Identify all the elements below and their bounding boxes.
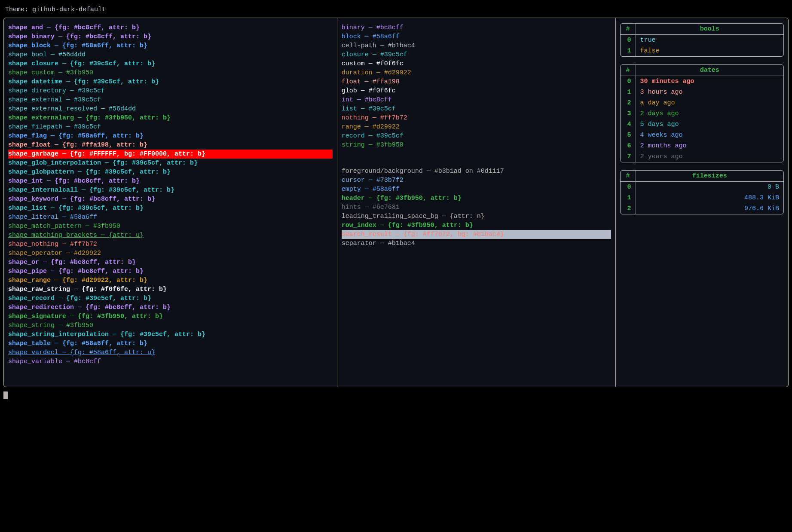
shape-row: shape_vardecl ─ {fg: #58a6ff, attr: u} — [8, 348, 333, 357]
row-value: 2 years ago — [636, 151, 784, 162]
row-index: 0 — [621, 76, 636, 87]
shape-row: shape_bool ─ #56d4dd — [8, 50, 333, 59]
misc-row: row_index ─ {fg: #3fb950, attr: b} — [342, 221, 611, 230]
shape-row: shape_match_pattern ─ #3fb950 — [8, 222, 333, 231]
type-row: block ─ #58a6ff — [342, 32, 611, 41]
row-index: 7 — [621, 151, 636, 162]
row-value: true — [636, 35, 784, 46]
row-value: 4 weeks ago — [636, 130, 784, 141]
prompt-cursor[interactable] — [3, 391, 8, 399]
row-value: 2 days ago — [636, 108, 784, 119]
shape-row: shape_nothing ─ #ff7b72 — [8, 240, 333, 249]
shape-row: shape_flag ─ {fg: #58a6ff, attr: b} — [8, 131, 333, 141]
type-row: custom ─ #f0f6fc — [342, 59, 611, 68]
types-misc-column: binary ─ #bc8cffblock ─ #58a6ffcell-path… — [337, 18, 616, 387]
type-row: range ─ #d29922 — [342, 122, 611, 131]
theme-title: Theme: github-dark-default — [3, 3, 789, 18]
row-index: 1 — [621, 46, 636, 56]
shape-row: shape_float ─ {fg: #ffa198, attr: b} — [8, 141, 333, 150]
row-index: 1 — [621, 87, 636, 98]
examples-column: #bools 0true1false #dates 030 minutes ag… — [616, 18, 789, 387]
type-row: cell-path ─ #b1bac4 — [342, 41, 611, 50]
type-row: list ─ #39c5cf — [342, 104, 611, 113]
shape-row: shape_garbage ─ {fg: #FFFFFF, bg: #FF000… — [8, 150, 333, 159]
shape-row: shape_list ─ {fg: #39c5cf, attr: b} — [8, 204, 333, 213]
misc-row: hints ─ #6e7681 — [342, 203, 611, 212]
shape-row: shape_externalarg ─ {fg: #3fb950, attr: … — [8, 113, 333, 122]
table-row: 54 weeks ago — [621, 130, 784, 141]
shape-row: shape_keyword ─ {fg: #bc8cff, attr: b} — [8, 195, 333, 204]
misc-row: cursor ─ #73b7f2 — [342, 176, 611, 185]
type-row: glob ─ #f0f6fc — [342, 86, 611, 95]
shape-row: shape_closure ─ {fg: #39c5cf, attr: b} — [8, 59, 333, 68]
shape-row: shape_literal ─ #58a6ff — [8, 213, 333, 222]
row-index: 3 — [621, 108, 636, 119]
shape-row: shape_or ─ {fg: #bc8cff, attr: b} — [8, 258, 333, 267]
misc-list: foreground/background ─ #b3b1ad on #0d11… — [342, 167, 611, 248]
table-row: 2976.6 KiB — [621, 203, 784, 214]
row-value: 488.3 KiB — [636, 193, 784, 203]
misc-row: header ─ {fg: #3fb950, attr: b} — [342, 194, 611, 203]
shapes-column: shape_and ─ {fg: #bc8cff, attr: b}shape_… — [4, 18, 337, 387]
shape-row: shape_globpattern ─ {fg: #39c5cf, attr: … — [8, 168, 333, 177]
table-row: 72 years ago — [621, 151, 784, 162]
table-row: 030 minutes ago — [621, 76, 784, 87]
misc-row: empty ─ #58a6ff — [342, 185, 611, 194]
shape-row: shape_custom ─ #3fb950 — [8, 68, 333, 77]
shape-row: shape_record ─ {fg: #39c5cf, attr: b} — [8, 294, 333, 303]
type-row: closure ─ #39c5cf — [342, 50, 611, 59]
shape-row: shape_string ─ #3fb950 — [8, 321, 333, 330]
shape-row: shape_matching_brackets ─ {attr: u} — [8, 231, 333, 240]
row-value: 30 minutes ago — [636, 76, 784, 87]
row-value: 3 hours ago — [636, 87, 784, 98]
row-value: 5 days ago — [636, 119, 784, 130]
shape-row: shape_signature ─ {fg: #3fb950, attr: b} — [8, 312, 333, 321]
table-row: 0true — [621, 35, 784, 46]
table-row: 45 days ago — [621, 119, 784, 130]
shape-row: shape_internalcall ─ {fg: #39c5cf, attr:… — [8, 186, 333, 195]
dates-table: #dates 030 minutes ago13 hours ago2a day… — [620, 64, 784, 162]
shape-row: shape_binary ─ {fg: #bc8cff, attr: b} — [8, 32, 333, 41]
row-index: 2 — [621, 98, 636, 108]
shape-row: shape_variable ─ #bc8cff — [8, 357, 333, 366]
shape-row: shape_range ─ {fg: #d29922, attr: b} — [8, 276, 333, 285]
type-row: binary ─ #bc8cff — [342, 23, 611, 32]
row-index: 6 — [621, 141, 636, 151]
row-index: 2 — [621, 203, 636, 214]
shape-row: shape_pipe ─ {fg: #bc8cff, attr: b} — [8, 267, 333, 276]
table-row: 62 months ago — [621, 141, 784, 151]
shape-row: shape_operator ─ #d29922 — [8, 249, 333, 258]
misc-row: separator ─ #b1bac4 — [342, 239, 611, 248]
row-value: a day ago — [636, 98, 784, 108]
row-index: 0 — [621, 182, 636, 193]
shape-row: shape_raw_string ─ {fg: #f0f6fc, attr: b… — [8, 285, 333, 294]
shape-row: shape_directory ─ #39c5cf — [8, 86, 333, 95]
bools-table: #bools 0true1false — [620, 23, 784, 57]
row-index: 0 — [621, 35, 636, 46]
theme-preview-panel: shape_and ─ {fg: #bc8cff, attr: b}shape_… — [3, 18, 789, 387]
row-index: 5 — [621, 130, 636, 141]
table-row: 00 B — [621, 182, 784, 193]
shape-row: shape_filepath ─ #39c5cf — [8, 122, 333, 131]
types-list: binary ─ #bc8cffblock ─ #58a6ffcell-path… — [342, 23, 611, 150]
shape-row: shape_datetime ─ {fg: #39c5cf, attr: b} — [8, 77, 333, 86]
shape-row: shape_block ─ {fg: #58a6ff, attr: b} — [8, 41, 333, 50]
type-row: string ─ #3fb950 — [342, 141, 611, 150]
row-index: 1 — [621, 193, 636, 203]
type-row: float ─ #ffa198 — [342, 77, 611, 86]
table-row: 13 hours ago — [621, 87, 784, 98]
shape-row: shape_glob_interpolation ─ {fg: #39c5cf,… — [8, 159, 333, 168]
misc-row: foreground/background ─ #b3b1ad on #0d11… — [342, 167, 611, 176]
row-value: 976.6 KiB — [636, 203, 784, 214]
shape-row: shape_and ─ {fg: #bc8cff, attr: b} — [8, 23, 333, 32]
shape-row: shape_external_resolved ─ #56d4dd — [8, 104, 333, 113]
table-row: 2a day ago — [621, 98, 784, 108]
shape-row: shape_redirection ─ {fg: #bc8cff, attr: … — [8, 303, 333, 312]
shape-row: shape_table ─ {fg: #58a6ff, attr: b} — [8, 339, 333, 348]
shape-row: shape_external ─ #39c5cf — [8, 95, 333, 104]
misc-row: leading_trailing_space_bg ─ {attr: n} — [342, 212, 611, 221]
row-value: 0 B — [636, 182, 784, 193]
misc-row: search_result ─ {fg: #ff7b72, bg: #b1bac… — [342, 230, 611, 239]
row-index: 4 — [621, 119, 636, 130]
shape-row: shape_int ─ {fg: #bc8cff, attr: b} — [8, 177, 333, 186]
